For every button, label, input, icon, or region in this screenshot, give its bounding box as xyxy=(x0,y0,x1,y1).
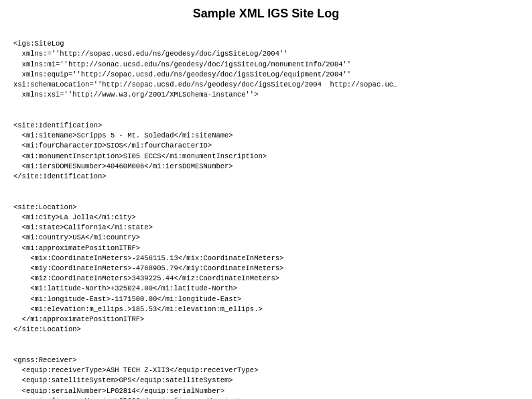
gnss-receiver-block: <gnss:Receiver> <equip:receiverType>ASH … xyxy=(13,356,275,399)
xml-content: <igs:SiteLog xmlns:=''http://sopac.ucsd.… xyxy=(13,29,519,399)
site-location-block: <site:Location> <mi:city>La Jolla</mi:ci… xyxy=(13,203,283,334)
site-identification-block: <site:Identification> <mi:siteName>Scrip… xyxy=(13,121,267,180)
xml-root-open: <igs:SiteLog xmlns:=''http://sopac.ucsd.… xyxy=(13,40,397,99)
page-title: Sample XML IGS Site Log xyxy=(13,7,519,21)
